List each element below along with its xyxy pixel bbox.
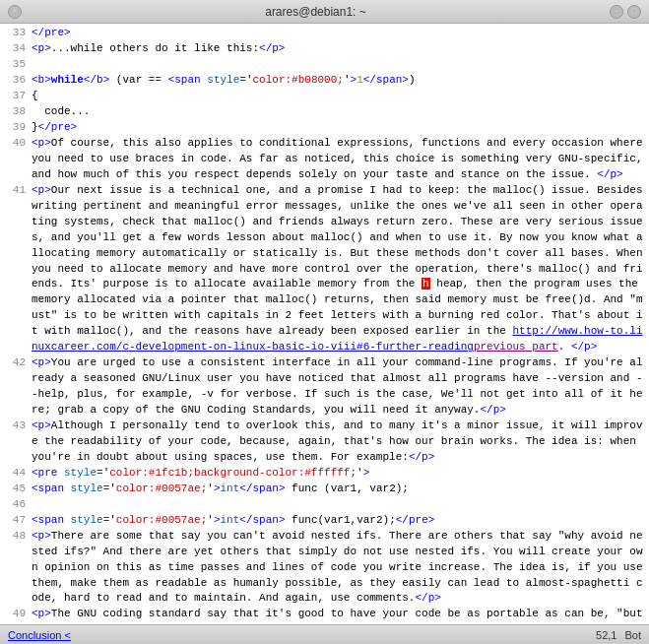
table-row: 46 (4, 497, 645, 513)
line-number: 39 (4, 120, 32, 136)
line-content (32, 57, 645, 73)
table-row: 40 <p>Of course, this also applies to co… (4, 136, 645, 183)
text-editor-content[interactable]: 33 </pre> 34 <p>...while others do it li… (0, 24, 649, 624)
line-number: 40 (4, 136, 32, 183)
table-row: 47 <span style='color:#0057ae;'>int</spa… (4, 513, 645, 529)
line-number: 42 (4, 355, 32, 419)
table-row: 44 <pre style='color:#1fc1b;background-c… (4, 466, 645, 482)
line-number: 45 (4, 482, 32, 497)
line-content: <span style='color:#0057ae;'>int</span> … (32, 482, 645, 497)
status-right: 52,1 Bot (596, 629, 641, 641)
line-content: <p>The GNU coding standard say that it's… (32, 607, 645, 624)
bot-indicator: Bot (624, 629, 641, 641)
table-row: 41 <p>Our next issue is a technical one,… (4, 183, 645, 355)
line-content (32, 497, 645, 513)
line-number: 37 (4, 89, 32, 104)
line-content: }</pre> (32, 120, 645, 136)
line-number: 49 (4, 607, 32, 624)
line-number: 34 (4, 41, 32, 57)
line-number: 36 (4, 73, 32, 89)
table-row: 39 }</pre> (4, 120, 645, 136)
window-title: arares@debian1: ~ (265, 5, 366, 19)
line-content: <span style='color:#0057ae;'>int</span> … (32, 513, 645, 529)
line-content: <p>Our next issue is a technical one, an… (32, 183, 645, 355)
line-content: <b>while</b> (var == <span style='color:… (32, 73, 645, 89)
cursor-position: 52,1 (596, 629, 617, 641)
line-content: <p>...while others do it like this:</p> (32, 41, 645, 57)
table-row: 42 <p>You are urged to use a consistent … (4, 355, 645, 419)
line-number: 38 (4, 104, 32, 120)
line-content: <pre style='color:#1fc1b;background-colo… (32, 466, 645, 482)
title-bar-left: × (8, 5, 22, 19)
line-number: 33 (4, 26, 32, 41)
line-number: 46 (4, 497, 32, 513)
line-content: <p>You are urged to use a consistent int… (32, 355, 645, 419)
line-content: <p>Of course, this also applies to condi… (32, 136, 645, 183)
line-content: <p>There are some that say you can't avo… (32, 529, 645, 608)
line-number: 47 (4, 513, 32, 529)
table-row: 37 { (4, 89, 645, 104)
line-number: 44 (4, 466, 32, 482)
minimize-button[interactable]: − (610, 5, 623, 19)
table-row: 36 <b>while</b> (var == <span style='col… (4, 73, 645, 89)
table-row: 33 </pre> (4, 26, 645, 41)
table-row: 43 <p>Although I personally tend to over… (4, 419, 645, 466)
line-content: <p>Although I personally tend to overloo… (32, 419, 645, 466)
line-content: </pre> (32, 26, 645, 41)
line-number: 48 (4, 529, 32, 608)
line-content: code... (32, 104, 645, 120)
line-number: 43 (4, 419, 32, 466)
line-number: 35 (4, 57, 32, 73)
status-bar: Conclusion < 52,1 Bot (0, 624, 649, 644)
line-number: 41 (4, 183, 32, 355)
table-row: 48 <p>There are some that say you can't … (4, 529, 645, 608)
table-row: 38 code... (4, 104, 645, 120)
table-row: 34 <p>...while others do it like this:</… (4, 41, 645, 57)
table-row: 45 <span style='color:#0057ae;'>int</spa… (4, 482, 645, 497)
table-row: 49 <p>The GNU coding standard say that i… (4, 607, 645, 624)
line-content: { (32, 89, 645, 104)
status-left: Conclusion < (8, 629, 71, 641)
table-row: 35 (4, 57, 645, 73)
conclusion-link[interactable]: Conclusion < (8, 629, 71, 641)
title-bar-right: − □ (610, 5, 641, 19)
title-bar: × arares@debian1: ~ − □ (0, 0, 649, 24)
maximize-button[interactable]: □ (627, 5, 641, 19)
close-button[interactable]: × (8, 5, 22, 19)
